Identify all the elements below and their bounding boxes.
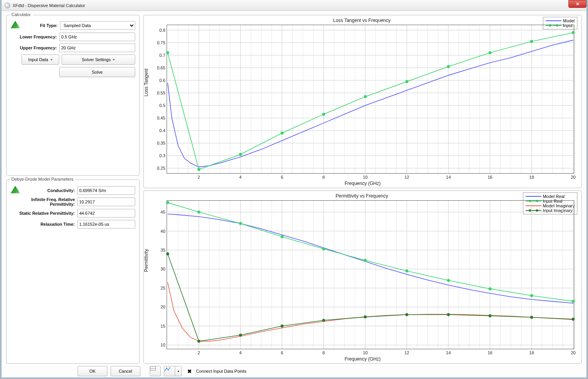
permittivity-chart: Permittivity vs Frequency Model Real Inp… [143, 190, 582, 364]
chart1-xlabel: Frequency (GHz) [144, 181, 581, 186]
svg-point-155 [405, 270, 408, 272]
svg-text:0.55: 0.55 [157, 91, 165, 95]
svg-text:40: 40 [161, 229, 165, 234]
svg-point-153 [322, 248, 325, 250]
svg-point-166 [405, 313, 408, 316]
svg-text:30: 30 [161, 267, 165, 271]
svg-point-157 [489, 287, 492, 290]
app-icon [5, 3, 10, 8]
conductivity-input[interactable] [77, 186, 135, 195]
chart2-plot: 10152025303540452468101214161820 [167, 201, 574, 349]
svg-text:10: 10 [161, 343, 165, 347]
svg-point-159 [572, 300, 575, 303]
svg-text:0.65: 0.65 [157, 65, 165, 70]
svg-point-169 [530, 316, 533, 319]
relax-time-input[interactable] [77, 220, 135, 228]
svg-text:10: 10 [363, 175, 368, 180]
upper-freq-label: Upper Frequency: [11, 45, 57, 50]
svg-point-163 [281, 325, 283, 327]
svg-point-82 [530, 40, 533, 43]
svg-text:18: 18 [529, 350, 534, 355]
svg-text:20: 20 [161, 305, 165, 309]
svg-point-149 [166, 201, 169, 204]
svg-point-154 [364, 259, 367, 262]
svg-point-83 [572, 31, 575, 34]
graph-style-dropdown-icon[interactable]: ▾ [175, 366, 182, 376]
svg-text:20: 20 [571, 175, 575, 180]
svg-point-158 [530, 294, 533, 297]
svg-text:25: 25 [161, 286, 165, 290]
svg-text:12: 12 [405, 350, 409, 355]
svg-text:0.5: 0.5 [160, 103, 165, 108]
svg-text:0.4: 0.4 [160, 128, 165, 133]
svg-text:15: 15 [161, 324, 165, 328]
graph-style-icon[interactable] [164, 366, 175, 376]
fit-type-select[interactable]: Sampled Data [60, 21, 135, 30]
svg-point-170 [572, 318, 575, 321]
debye-legend: Debye-Drude Model Parameters [10, 177, 75, 181]
svg-point-161 [198, 340, 200, 343]
inf-perm-input[interactable] [77, 198, 135, 206]
svg-text:16: 16 [488, 350, 492, 355]
upper-freq-input[interactable] [59, 44, 135, 52]
svg-text:0.7: 0.7 [160, 53, 165, 58]
svg-point-156 [447, 279, 450, 282]
view-mode-icon[interactable] [150, 366, 161, 376]
solve-button[interactable]: Solve [59, 67, 135, 77]
window-title: XFdtd - Dispersive Material Calculator [13, 3, 85, 8]
svg-text:0.45: 0.45 [157, 116, 165, 120]
svg-text:14: 14 [446, 175, 451, 180]
svg-point-74 [198, 168, 200, 171]
ok-button[interactable]: OK [78, 366, 107, 376]
chart2-xlabel: Frequency (GHz) [144, 356, 581, 362]
svg-point-151 [239, 222, 242, 225]
svg-point-79 [405, 80, 408, 83]
connect-toggle-x-icon[interactable]: ✖ [187, 368, 192, 374]
svg-point-81 [489, 51, 492, 54]
svg-text:4: 4 [239, 350, 241, 355]
chart1-ylabel: Loss Tangent [143, 69, 149, 96]
static-perm-input[interactable] [77, 209, 135, 218]
calculator-group: Calculator Fit Type: Sampled Data Lower … [6, 15, 140, 176]
static-perm-label: Static Relative Permittivity: [11, 211, 75, 216]
svg-text:8: 8 [323, 175, 325, 180]
svg-point-162 [239, 334, 242, 337]
lower-freq-input[interactable] [59, 33, 135, 41]
solver-settings-button[interactable]: Solver Settings [62, 54, 135, 65]
relax-time-label: Relaxation Time: [11, 222, 75, 227]
cancel-button[interactable]: Cancel [111, 366, 140, 376]
input-data-button[interactable]: Input Data [22, 54, 59, 65]
calculator-logo-icon [11, 21, 20, 30]
svg-point-78 [364, 95, 367, 98]
svg-text:18: 18 [529, 175, 534, 180]
debye-group: Debye-Drude Model Parameters Conductivit… [6, 180, 140, 364]
svg-point-77 [322, 113, 325, 116]
chart2-ylabel: Permittivity [143, 249, 149, 272]
svg-text:6: 6 [281, 175, 283, 180]
svg-text:0.8: 0.8 [160, 28, 165, 33]
svg-text:0.35: 0.35 [157, 141, 165, 145]
svg-point-168 [489, 314, 492, 317]
chart2-title: Permittivity vs Frequency [145, 193, 578, 199]
footer: OK Cancel ▾ ✖ Connect Input Data Points [2, 364, 586, 379]
calculator-legend: Calculator [10, 12, 33, 17]
chart1-title: Loss Tangent vs Frequency [145, 18, 578, 23]
svg-point-150 [198, 211, 200, 214]
svg-text:16: 16 [488, 175, 492, 180]
svg-point-164 [322, 319, 325, 322]
svg-text:2: 2 [198, 175, 200, 180]
svg-text:0.75: 0.75 [157, 40, 165, 45]
svg-point-80 [447, 65, 450, 68]
svg-text:12: 12 [405, 175, 409, 180]
svg-point-73 [166, 51, 169, 54]
close-button[interactable]: ✕ [568, 0, 586, 8]
fit-type-label: Fit Type: [23, 23, 58, 28]
loss-tangent-chart: Loss Tangent vs Frequency Model Input Lo… [143, 15, 582, 188]
svg-text:0.25: 0.25 [157, 166, 165, 170]
svg-text:0.3: 0.3 [160, 153, 165, 158]
svg-point-76 [281, 132, 283, 134]
svg-text:8: 8 [323, 350, 325, 355]
conductivity-label: Conductivity: [11, 188, 75, 193]
svg-point-165 [364, 316, 367, 318]
svg-point-152 [281, 236, 283, 238]
